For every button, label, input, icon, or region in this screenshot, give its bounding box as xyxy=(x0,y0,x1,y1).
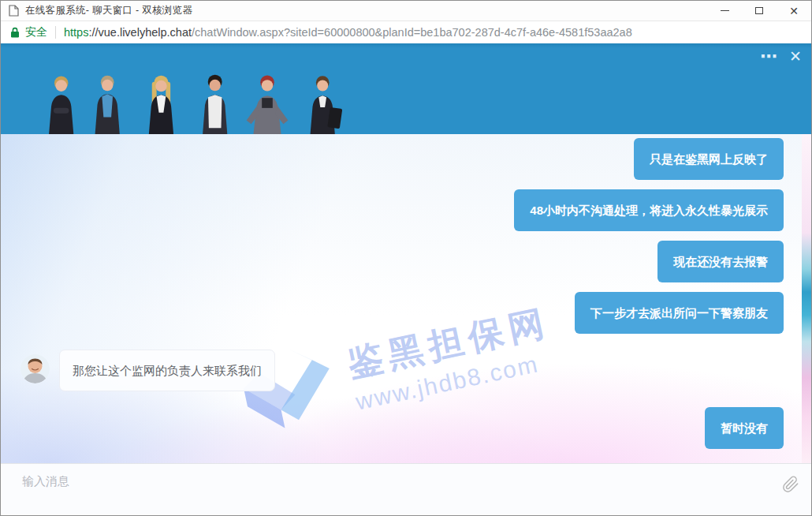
secure-label: 安全 xyxy=(25,25,47,39)
chat-bubble-outgoing: 暂时没有 xyxy=(705,407,784,449)
chat-menu-icon[interactable]: ⋯ xyxy=(760,48,777,65)
message-row: 只是在鉴黑网上反映了 xyxy=(20,138,784,180)
address-separator xyxy=(55,26,56,39)
chat-bubble-outgoing: 48小时内不沟通处理，将进入永久性暴光展示 xyxy=(514,189,784,231)
url-path: /chatWindow.aspx?siteId=60000800&planId=… xyxy=(192,26,632,39)
chat-header: ⋯ ✕ xyxy=(1,43,811,134)
team-photo xyxy=(43,73,368,134)
window-title: 在线客服系统- 聊天窗口 - 双核浏览器 xyxy=(25,4,192,17)
message-input-area xyxy=(1,463,811,514)
chat-bubble-incoming: 那您让这个监网的负责人来联系我们 xyxy=(59,350,275,391)
url-scheme: https xyxy=(64,26,88,39)
maximize-button[interactable] xyxy=(742,1,777,21)
window-controls: ✕ xyxy=(707,1,811,21)
chat-close-icon[interactable]: ✕ xyxy=(789,48,802,65)
person-5 xyxy=(247,75,289,134)
message-row: 暂时没有 xyxy=(20,407,784,449)
window-titlebar: 在线客服系统- 聊天窗口 - 双核浏览器 ✕ xyxy=(1,1,811,21)
chat-bubble-outgoing: 下一步才去派出所问一下警察朋友 xyxy=(575,292,784,334)
agent-avatar xyxy=(20,354,50,383)
chat-bubble-outgoing: 现在还没有去报警 xyxy=(657,241,784,282)
message-input[interactable] xyxy=(1,464,811,514)
url-host: ://vue.livelyhelp.chat xyxy=(88,26,192,39)
minimize-icon xyxy=(721,10,729,11)
person-1 xyxy=(49,76,73,134)
message-row: 那您让这个监网的负责人来联系我们 xyxy=(20,350,784,391)
close-button[interactable]: ✕ xyxy=(777,1,811,21)
lock-icon xyxy=(10,27,20,38)
maximize-icon xyxy=(755,7,763,14)
paperclip-icon[interactable] xyxy=(782,476,799,493)
browser-window: 在线客服系统- 聊天窗口 - 双核浏览器 ✕ 安全 https://vue.li… xyxy=(0,0,812,516)
address-bar[interactable]: 安全 https://vue.livelyhelp.chat/chatWindo… xyxy=(1,21,811,43)
message-row: 下一步才去派出所问一下警察朋友 xyxy=(20,292,784,334)
person-6 xyxy=(311,76,343,134)
message-list: 只是在鉴黑网上反映了 48小时内不沟通处理，将进入永久性暴光展示 现在还没有去报… xyxy=(1,134,811,463)
chat-header-actions: ⋯ ✕ xyxy=(760,48,802,65)
person-3 xyxy=(149,76,173,134)
message-row: 48小时内不沟通处理，将进入永久性暴光展示 xyxy=(20,189,784,231)
close-icon: ✕ xyxy=(789,6,799,17)
chat-bubble-outgoing: 只是在鉴黑网上反映了 xyxy=(634,138,784,180)
person-2 xyxy=(95,76,120,134)
page-icon xyxy=(9,5,19,17)
url-field[interactable]: https://vue.livelyhelp.chat/chatWindow.a… xyxy=(64,26,632,39)
message-row: 现在还没有去报警 xyxy=(20,241,784,282)
person-4 xyxy=(203,75,227,134)
minimize-button[interactable] xyxy=(707,1,742,21)
chat-body: 鉴黑担保网 www.jhdb8.com 只是在鉴黑网上反映了 48小时内不沟通处… xyxy=(1,134,811,463)
